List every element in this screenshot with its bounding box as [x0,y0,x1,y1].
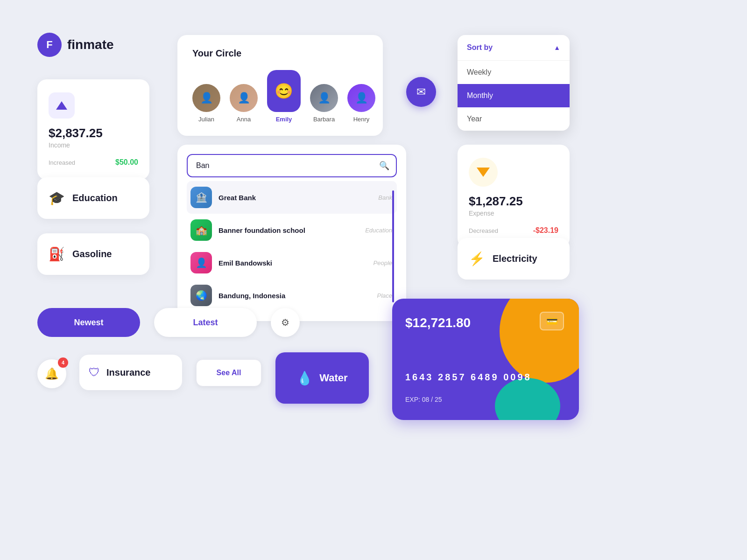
name-julian: Julian [198,116,214,123]
cc-yellow-shape [500,299,579,383]
gasoline-icon: ⛽ [49,246,65,262]
insurance-icon: 🛡 [89,366,100,379]
circle-card: Your Circle 👤 Julian 👤 Anna 😊 Emily 👤 Ba… [177,35,383,136]
bell-badge: 4 [58,357,68,368]
sortby-arrow-icon: ▲ [554,44,560,51]
expense-change-value: -$23.19 [533,226,558,235]
result-banner-school[interactable]: 🏫 Banner foundation school Education [187,214,397,246]
income-up-arrow-icon [56,101,67,110]
income-change-value: $50.00 [115,158,138,167]
filter-button[interactable]: ⚙ [271,308,300,337]
newest-button[interactable]: Newest [37,308,140,337]
income-card: $2,837.25 Income Increased $50.00 [37,79,149,180]
expense-decreased-label: Decreased [469,227,498,234]
cc-chip-icon: 💳 [540,312,564,330]
sortby-header[interactable]: Sort by ▲ [458,35,570,61]
search-results: 🏦 Great Bank Bank 🏫 Banner foundation sc… [187,181,397,312]
result-category-school: Education [365,227,392,234]
result-category-person: People [374,259,392,266]
logo-area: F finmate [37,33,114,57]
filter-icon: ⚙ [281,317,289,328]
result-category-place: Place [377,292,392,299]
gasoline-card[interactable]: ⛽ Gasoline [37,233,149,275]
name-henry: Henry [353,116,370,123]
water-label: Water [319,372,347,384]
sortby-dropdown: Sort by ▲ Weekly Monthly Year [458,35,570,131]
sortby-option-year[interactable]: Year [458,107,570,131]
bell-icon: 🔔 [45,367,59,380]
income-increased-label: Increased [49,159,75,166]
electricity-card[interactable]: ⚡ Electricity [458,238,570,280]
result-emil[interactable]: 👤 Emil Bandowski People [187,246,397,279]
cc-exp: EXP: 08 / 25 [405,396,442,403]
expense-card: $1,287.25 Expense Decreased -$23.19 [458,145,570,248]
avatar-barbara: 👤 [310,84,338,112]
circle-title: Your Circle [192,48,368,59]
expense-footer: Decreased -$23.19 [469,226,558,235]
expense-icon [469,158,498,187]
person-emily[interactable]: 😊 Emily [267,70,301,123]
latest-label: Latest [193,318,218,328]
bell-button[interactable]: 🔔 4 [37,359,66,388]
insurance-label: Insurance [106,367,150,378]
result-category-bank: Bank [378,194,392,201]
name-emily: Emily [276,116,292,123]
search-card: 🔍 🏦 Great Bank Bank 🏫 Banner foundation … [177,145,406,321]
result-avatar-person: 👤 [190,252,212,273]
result-name-person: Emil Bandowski [218,259,272,267]
mail-button[interactable]: ✉ [406,77,436,107]
search-input-wrap: 🔍 [187,154,397,177]
logo-icon: F [37,33,62,57]
newest-label: Newest [74,318,103,328]
education-icon: 🎓 [49,190,65,206]
logo-name: finmate [67,37,114,52]
name-barbara: Barbara [313,116,335,123]
income-amount: $2,837.25 [49,126,138,140]
electricity-icon: ⚡ [469,251,485,266]
water-button[interactable]: 💧 Water [275,352,369,404]
result-bandung[interactable]: 🌏 Bandung, Indonesia Place [187,279,397,312]
person-julian[interactable]: 👤 Julian [192,84,220,123]
person-henry[interactable]: 👤 Henry [347,84,375,123]
expense-down-arrow-icon [477,168,490,177]
see-all-label: See All [217,369,241,377]
water-icon: 💧 [296,371,313,386]
electricity-label: Electricity [493,253,537,264]
result-avatar-bank: 🏦 [190,187,212,208]
result-great-bank[interactable]: 🏦 Great Bank Bank [187,181,397,214]
expense-amount: $1,287.25 [469,194,558,209]
cc-number: 1643 2857 6489 0098 [405,372,532,383]
avatar-henry: 👤 [347,84,375,112]
sortby-option-weekly[interactable]: Weekly [458,61,570,84]
expense-label: Expense [469,210,558,217]
income-footer: Increased $50.00 [49,158,138,167]
latest-button[interactable]: Latest [154,308,257,337]
result-avatar-place: 🌏 [190,285,212,306]
result-name-school: Banner foundation school [218,226,305,234]
insurance-card[interactable]: 🛡 Insurance [79,355,182,390]
circle-people: 👤 Julian 👤 Anna 😊 Emily 👤 Barbara 👤 Henr… [192,70,368,123]
see-all-button[interactable]: See All [196,359,261,386]
mail-icon: ✉ [416,85,426,98]
education-label: Education [72,193,118,203]
person-barbara[interactable]: 👤 Barbara [310,84,338,123]
avatar-anna: 👤 [230,84,258,112]
cc-amount: $12,721.80 [405,315,471,330]
sortby-option-monthly[interactable]: Monthly [458,84,570,107]
avatar-julian: 👤 [192,84,220,112]
result-avatar-school: 🏫 [190,219,212,241]
person-anna[interactable]: 👤 Anna [230,84,258,123]
income-label: Income [49,141,138,149]
credit-card-inner: 💳 $12,721.80 1643 2857 6489 0098 EXP: 08… [392,299,579,420]
result-name-place: Bandung, Indonesia [218,292,285,300]
search-input[interactable] [187,154,397,177]
gasoline-label: Gasoline [72,249,112,259]
search-scrollbar [392,190,394,302]
result-name-bank: Great Bank [218,194,256,202]
name-anna: Anna [237,116,251,123]
credit-card: 💳 $12,721.80 1643 2857 6489 0098 EXP: 08… [392,299,579,420]
income-icon [49,92,75,119]
search-icon: 🔍 [379,161,389,171]
cc-teal-shape [495,378,560,420]
education-card[interactable]: 🎓 Education [37,177,149,219]
